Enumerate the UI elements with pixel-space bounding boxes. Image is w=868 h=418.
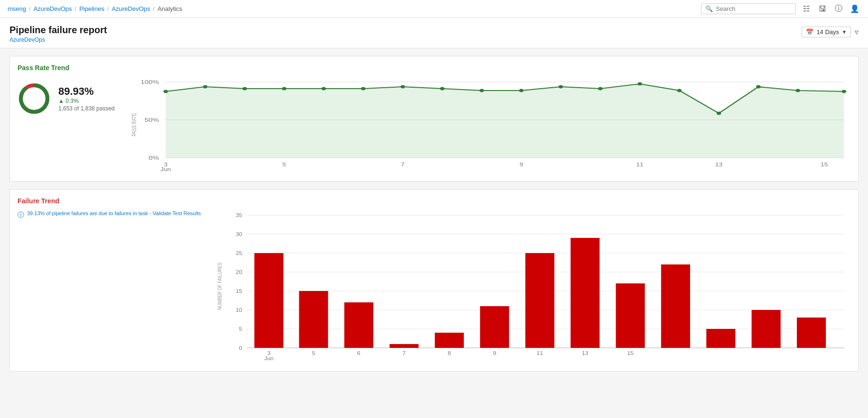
bar-6: [435, 333, 464, 348]
header-right: 📅 14 Days ▼ ▿: [802, 27, 859, 37]
svg-point-26: [795, 89, 800, 92]
svg-point-21: [598, 87, 603, 91]
user-icon[interactable]: 👤: [849, 3, 860, 15]
failure-trend-title: Failure Trend: [18, 197, 850, 205]
svg-text:9: 9: [493, 351, 497, 356]
failure-note-text: 39.13% of pipeline failures are due to f…: [27, 210, 201, 216]
bar-12: [707, 329, 736, 348]
svg-text:PASS RATE: PASS RATE: [130, 113, 137, 136]
days-label: 14 Days: [816, 28, 839, 36]
bar-9: [571, 238, 600, 348]
svg-point-25: [756, 85, 761, 89]
svg-text:Jun: Jun: [264, 356, 274, 361]
bar-10: [616, 283, 645, 348]
page-header: Pipeline failure report AzureDevOps 📅 14…: [0, 18, 868, 48]
bar-1: [255, 253, 284, 348]
rate-percent: 89.93%: [58, 85, 115, 98]
bar-7: [480, 306, 509, 348]
search-input[interactable]: [716, 5, 792, 12]
page-title-block: Pipeline failure report AzureDevOps: [9, 25, 107, 43]
svg-point-24: [716, 112, 721, 115]
help-icon[interactable]: ⓘ: [833, 3, 844, 15]
page-subtitle: AzureDevOps: [9, 36, 107, 43]
svg-text:11: 11: [636, 162, 644, 168]
svg-text:0: 0: [239, 345, 242, 351]
failure-note: ⓘ 39.13% of pipeline failures are due to…: [18, 210, 201, 219]
breadcrumb: mseng / AzureDevOps / Pipelines / AzureD…: [8, 5, 182, 12]
grid-icon[interactable]: ☷: [801, 3, 812, 15]
bar-14: [797, 318, 826, 348]
svg-text:7: 7: [403, 351, 406, 356]
breadcrumb-analytics: Analytics: [157, 5, 182, 12]
pass-rate-section: 89.93% ▲ 0.3% 1,653 of 1,838 passed 100%…: [18, 77, 850, 173]
days-dropdown[interactable]: 📅 14 Days ▼: [802, 27, 851, 37]
failure-trend-card: Failure Trend ⓘ 39.13% of pipeline failu…: [9, 189, 859, 372]
svg-point-13: [282, 87, 286, 91]
line-chart-container: 100% 50% 0% PASS RATE: [126, 77, 850, 173]
svg-text:5: 5: [239, 327, 242, 332]
svg-point-17: [440, 87, 444, 91]
svg-text:3: 3: [268, 351, 271, 356]
svg-point-12: [242, 87, 247, 91]
svg-text:100%: 100%: [140, 79, 159, 85]
svg-text:9: 9: [519, 162, 523, 168]
save-icon[interactable]: 🖫: [817, 3, 828, 15]
search-box[interactable]: 🔍: [701, 3, 796, 14]
svg-text:35: 35: [236, 213, 242, 218]
svg-text:50%: 50%: [145, 117, 159, 123]
svg-text:11: 11: [537, 351, 544, 356]
bar-chart-svg: 35 30 25 20 15 10 5 0 NUMBER OF FAILURES: [212, 210, 850, 362]
donut-container: 89.93% ▲ 0.3% 1,653 of 1,838 passed: [18, 82, 115, 115]
svg-point-18: [480, 89, 484, 92]
breadcrumb-azuredevops1[interactable]: AzureDevOps: [34, 5, 72, 12]
svg-marker-9: [166, 84, 844, 158]
pass-rate-card: Pass Rate Trend 89.93% ▲ 0.3%: [9, 56, 859, 182]
top-navigation: mseng / AzureDevOps / Pipelines / AzureD…: [0, 0, 868, 18]
svg-text:7: 7: [401, 162, 405, 168]
svg-text:0%: 0%: [148, 155, 159, 161]
bar-13: [752, 310, 781, 348]
breadcrumb-azuredevops2[interactable]: AzureDevOps: [112, 5, 150, 12]
svg-text:30: 30: [236, 232, 242, 237]
svg-point-11: [203, 85, 208, 89]
calendar-icon: 📅: [806, 28, 813, 36]
svg-point-19: [519, 89, 524, 92]
svg-text:20: 20: [236, 270, 242, 275]
nav-right: 🔍 ☷ 🖫 ⓘ 👤: [701, 3, 860, 15]
breadcrumb-pipelines[interactable]: Pipelines: [79, 5, 104, 12]
main-content: Pass Rate Trend 89.93% ▲ 0.3%: [0, 48, 868, 379]
svg-point-15: [361, 87, 366, 91]
bar-11: [661, 264, 690, 348]
svg-point-1: [21, 85, 47, 112]
svg-text:15: 15: [236, 289, 242, 294]
rate-change: ▲ 0.3%: [58, 98, 115, 104]
svg-text:15: 15: [821, 162, 828, 168]
svg-text:6: 6: [358, 351, 361, 356]
bar-8: [526, 253, 554, 348]
chevron-down-icon: ▼: [842, 29, 847, 35]
bar-chart-section: ⓘ 39.13% of pipeline failures are due to…: [18, 210, 850, 363]
svg-text:5: 5: [312, 351, 315, 356]
donut-chart: [18, 82, 51, 115]
search-icon: 🔍: [705, 5, 713, 12]
page-title: Pipeline failure report: [9, 25, 107, 36]
bar-chart-container: 35 30 25 20 15 10 5 0 NUMBER OF FAILURES: [212, 210, 850, 363]
svg-point-16: [400, 85, 405, 89]
svg-point-20: [558, 85, 563, 89]
svg-text:Jun: Jun: [160, 167, 171, 172]
filter-icon[interactable]: ▿: [855, 27, 859, 36]
pass-rate-title: Pass Rate Trend: [18, 64, 850, 72]
bar-chart-left: ⓘ 39.13% of pipeline failures are due to…: [18, 210, 201, 219]
svg-text:13: 13: [715, 162, 723, 168]
svg-text:NUMBER OF FAILURES: NUMBER OF FAILURES: [217, 263, 222, 310]
svg-point-10: [163, 90, 168, 93]
rate-info: 89.93% ▲ 0.3% 1,653 of 1,838 passed: [58, 85, 115, 112]
svg-text:8: 8: [448, 351, 451, 356]
svg-text:13: 13: [582, 351, 589, 356]
svg-text:15: 15: [628, 351, 634, 356]
info-circle-icon: ⓘ: [18, 211, 24, 219]
svg-text:25: 25: [236, 251, 242, 256]
svg-text:10: 10: [236, 308, 242, 313]
bar-5: [390, 344, 419, 348]
breadcrumb-mseng[interactable]: mseng: [8, 5, 26, 12]
